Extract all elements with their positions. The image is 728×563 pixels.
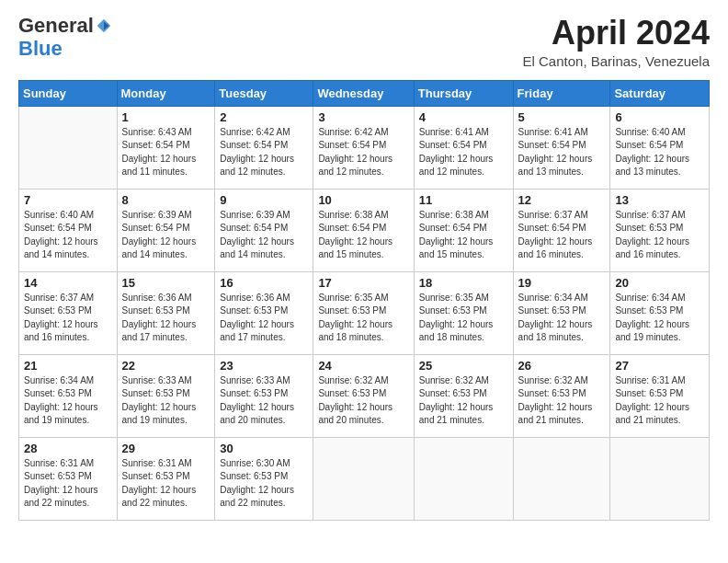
day-number: 29 (122, 442, 210, 455)
weekday-header-thursday: Thursday (414, 80, 513, 106)
week-row-2: 7Sunrise: 6:40 AMSunset: 6:54 PMDaylight… (19, 189, 710, 271)
weekday-header-tuesday: Tuesday (215, 80, 313, 106)
day-number: 21 (24, 359, 112, 373)
day-info: Sunrise: 6:30 AMSunset: 6:53 PMDaylight:… (220, 457, 308, 511)
calendar-cell: 30Sunrise: 6:30 AMSunset: 6:53 PMDayligh… (215, 437, 313, 520)
day-info: Sunrise: 6:33 AMSunset: 6:53 PMDaylight:… (220, 374, 308, 428)
day-number: 27 (615, 359, 704, 373)
week-row-3: 14Sunrise: 6:37 AMSunset: 6:53 PMDayligh… (19, 271, 710, 354)
day-info: Sunrise: 6:31 AMSunset: 6:53 PMDaylight:… (122, 457, 210, 511)
day-number: 28 (24, 442, 112, 455)
day-number: 16 (220, 276, 308, 290)
calendar-cell: 19Sunrise: 6:34 AMSunset: 6:53 PMDayligh… (513, 271, 610, 354)
logo-icon (96, 17, 112, 34)
logo: General Blue (18, 15, 112, 61)
month-title: April 2024 (523, 15, 710, 52)
calendar-cell: 26Sunrise: 6:32 AMSunset: 6:53 PMDayligh… (513, 354, 610, 437)
calendar-cell: 29Sunrise: 6:31 AMSunset: 6:53 PMDayligh… (117, 437, 215, 520)
day-info: Sunrise: 6:33 AMSunset: 6:53 PMDaylight:… (122, 374, 210, 428)
day-number: 30 (220, 442, 308, 455)
calendar-cell: 4Sunrise: 6:41 AMSunset: 6:54 PMDaylight… (414, 106, 513, 189)
day-info: Sunrise: 6:41 AMSunset: 6:54 PMDaylight:… (419, 126, 508, 179)
day-info: Sunrise: 6:43 AMSunset: 6:54 PMDaylight:… (122, 126, 210, 179)
day-info: Sunrise: 6:40 AMSunset: 6:54 PMDaylight:… (615, 126, 704, 179)
title-block: April 2024 El Canton, Barinas, Venezuela (523, 15, 710, 69)
calendar-cell: 14Sunrise: 6:37 AMSunset: 6:53 PMDayligh… (19, 271, 118, 354)
day-number: 5 (518, 110, 606, 124)
day-number: 9 (220, 193, 308, 207)
day-number: 2 (220, 110, 308, 124)
day-number: 24 (318, 359, 408, 373)
day-number: 8 (122, 193, 210, 207)
calendar-cell (414, 437, 513, 520)
calendar-cell: 23Sunrise: 6:33 AMSunset: 6:53 PMDayligh… (215, 354, 313, 437)
day-info: Sunrise: 6:36 AMSunset: 6:53 PMDaylight:… (122, 292, 210, 345)
day-number: 17 (318, 276, 408, 290)
weekday-header-friday: Friday (513, 80, 610, 106)
calendar-cell (313, 437, 414, 520)
page-header: General Blue April 2024 El Canton, Barin… (18, 15, 710, 69)
calendar-cell: 3Sunrise: 6:42 AMSunset: 6:54 PMDaylight… (313, 106, 414, 189)
day-info: Sunrise: 6:34 AMSunset: 6:53 PMDaylight:… (24, 374, 112, 428)
day-info: Sunrise: 6:37 AMSunset: 6:54 PMDaylight:… (518, 209, 606, 262)
day-number: 13 (615, 193, 704, 207)
day-info: Sunrise: 6:42 AMSunset: 6:54 PMDaylight:… (220, 126, 308, 179)
calendar-cell: 16Sunrise: 6:36 AMSunset: 6:53 PMDayligh… (215, 271, 313, 354)
calendar-cell: 12Sunrise: 6:37 AMSunset: 6:54 PMDayligh… (513, 189, 610, 271)
weekday-header-monday: Monday (117, 80, 215, 106)
calendar-cell: 2Sunrise: 6:42 AMSunset: 6:54 PMDaylight… (215, 106, 313, 189)
calendar-cell (19, 106, 118, 189)
logo-blue: Blue (18, 37, 63, 60)
day-number: 3 (318, 110, 408, 124)
day-number: 6 (615, 110, 704, 124)
week-row-1: 1Sunrise: 6:43 AMSunset: 6:54 PMDaylight… (19, 106, 710, 189)
calendar-cell: 6Sunrise: 6:40 AMSunset: 6:54 PMDaylight… (610, 106, 710, 189)
week-row-4: 21Sunrise: 6:34 AMSunset: 6:53 PMDayligh… (19, 354, 710, 437)
day-info: Sunrise: 6:42 AMSunset: 6:54 PMDaylight:… (318, 126, 408, 179)
calendar-cell: 11Sunrise: 6:38 AMSunset: 6:54 PMDayligh… (414, 189, 513, 271)
day-info: Sunrise: 6:31 AMSunset: 6:53 PMDaylight:… (24, 457, 112, 511)
day-number: 19 (518, 276, 606, 290)
calendar-cell: 22Sunrise: 6:33 AMSunset: 6:53 PMDayligh… (117, 354, 215, 437)
day-info: Sunrise: 6:35 AMSunset: 6:53 PMDaylight:… (318, 292, 408, 345)
calendar-cell: 18Sunrise: 6:35 AMSunset: 6:53 PMDayligh… (414, 271, 513, 354)
calendar-cell: 10Sunrise: 6:38 AMSunset: 6:54 PMDayligh… (313, 189, 414, 271)
day-info: Sunrise: 6:34 AMSunset: 6:53 PMDaylight:… (518, 292, 606, 345)
location-title: El Canton, Barinas, Venezuela (523, 53, 710, 69)
calendar-cell: 25Sunrise: 6:32 AMSunset: 6:53 PMDayligh… (414, 354, 513, 437)
calendar-cell: 9Sunrise: 6:39 AMSunset: 6:54 PMDaylight… (215, 189, 313, 271)
day-number: 20 (615, 276, 704, 290)
weekday-header-sunday: Sunday (19, 80, 118, 106)
day-info: Sunrise: 6:31 AMSunset: 6:53 PMDaylight:… (615, 374, 704, 428)
calendar-cell: 17Sunrise: 6:35 AMSunset: 6:53 PMDayligh… (313, 271, 414, 354)
day-info: Sunrise: 6:41 AMSunset: 6:54 PMDaylight:… (518, 126, 606, 179)
day-info: Sunrise: 6:38 AMSunset: 6:54 PMDaylight:… (419, 209, 508, 262)
day-number: 18 (419, 276, 508, 290)
day-number: 15 (122, 276, 210, 290)
weekday-header-saturday: Saturday (610, 80, 710, 106)
calendar-cell: 7Sunrise: 6:40 AMSunset: 6:54 PMDaylight… (19, 189, 118, 271)
day-number: 26 (518, 359, 606, 373)
calendar-cell: 15Sunrise: 6:36 AMSunset: 6:53 PMDayligh… (117, 271, 215, 354)
calendar-cell: 5Sunrise: 6:41 AMSunset: 6:54 PMDaylight… (513, 106, 610, 189)
day-number: 4 (419, 110, 508, 124)
weekday-header-row: SundayMondayTuesdayWednesdayThursdayFrid… (19, 80, 710, 106)
day-info: Sunrise: 6:40 AMSunset: 6:54 PMDaylight:… (24, 209, 112, 262)
day-info: Sunrise: 6:39 AMSunset: 6:54 PMDaylight:… (220, 209, 308, 262)
day-number: 1 (122, 110, 210, 124)
day-info: Sunrise: 6:32 AMSunset: 6:53 PMDaylight:… (518, 374, 606, 428)
day-info: Sunrise: 6:39 AMSunset: 6:54 PMDaylight:… (122, 209, 210, 262)
calendar-table: SundayMondayTuesdayWednesdayThursdayFrid… (18, 80, 710, 521)
calendar-cell: 27Sunrise: 6:31 AMSunset: 6:53 PMDayligh… (610, 354, 710, 437)
weekday-header-wednesday: Wednesday (313, 80, 414, 106)
day-number: 10 (318, 193, 408, 207)
calendar-cell: 28Sunrise: 6:31 AMSunset: 6:53 PMDayligh… (19, 437, 118, 520)
logo-general: General (18, 15, 94, 37)
day-number: 12 (518, 193, 606, 207)
day-info: Sunrise: 6:34 AMSunset: 6:53 PMDaylight:… (615, 292, 704, 345)
day-info: Sunrise: 6:38 AMSunset: 6:54 PMDaylight:… (318, 209, 408, 262)
calendar-cell (610, 437, 710, 520)
calendar-cell: 13Sunrise: 6:37 AMSunset: 6:53 PMDayligh… (610, 189, 710, 271)
day-number: 11 (419, 193, 508, 207)
week-row-5: 28Sunrise: 6:31 AMSunset: 6:53 PMDayligh… (19, 437, 710, 520)
